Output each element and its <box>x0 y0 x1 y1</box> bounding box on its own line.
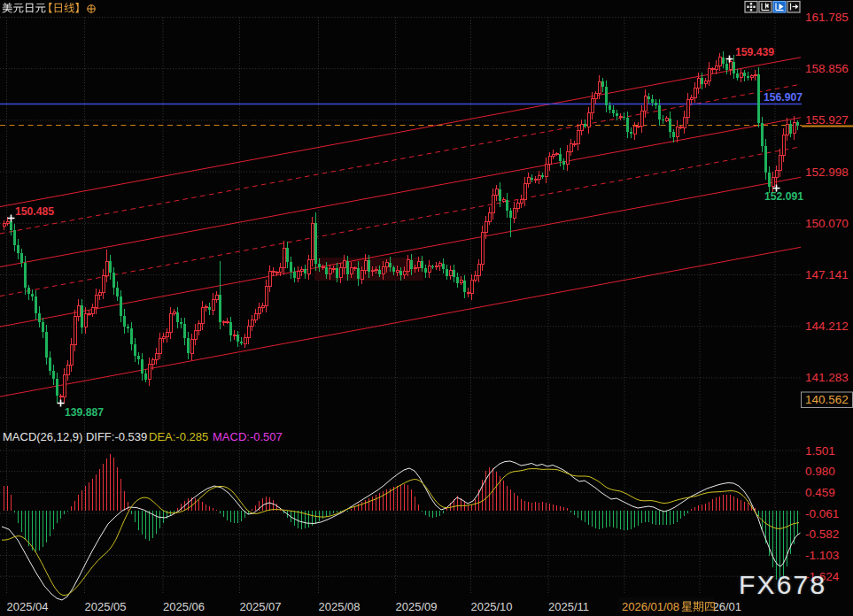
svg-text:152.091: 152.091 <box>764 190 803 203</box>
svg-text:139.887: 139.887 <box>65 406 104 419</box>
svg-text:141.283: 141.283 <box>805 371 849 384</box>
svg-text:2025/09: 2025/09 <box>396 600 438 613</box>
svg-text:152.998: 152.998 <box>805 166 849 179</box>
svg-text:DEA:-0.285: DEA:-0.285 <box>149 430 208 443</box>
svg-text:2025/10: 2025/10 <box>471 600 513 613</box>
svg-text:150.485: 150.485 <box>15 205 54 218</box>
svg-text:2025/04: 2025/04 <box>7 600 49 613</box>
svg-text:2026/01/08: 2026/01/08 <box>622 600 679 613</box>
svg-text:-1.103: -1.103 <box>805 549 839 562</box>
svg-text:158.856: 158.856 <box>805 62 849 75</box>
svg-text:0.459: 0.459 <box>805 486 835 499</box>
svg-text:MACD(26,12,9) DIFF:-0.539: MACD(26,12,9) DIFF:-0.539 <box>3 430 147 443</box>
svg-text:144.212: 144.212 <box>805 320 849 333</box>
svg-text:147.141: 147.141 <box>805 268 849 281</box>
svg-text:FX678: FX678 <box>739 570 826 599</box>
svg-text:2025/08: 2025/08 <box>319 600 361 613</box>
svg-text:156.907: 156.907 <box>764 91 803 104</box>
svg-text:2025/07: 2025/07 <box>240 600 282 613</box>
svg-text:-0.582: -0.582 <box>805 527 839 541</box>
svg-text:150.070: 150.070 <box>805 217 849 230</box>
svg-text:161.785: 161.785 <box>805 11 849 24</box>
svg-text:159.439: 159.439 <box>735 46 774 58</box>
svg-text:155.927: 155.927 <box>805 113 849 127</box>
svg-text:1.501: 1.501 <box>805 444 835 458</box>
svg-text:2025/05: 2025/05 <box>85 600 127 613</box>
svg-text:140.562: 140.562 <box>805 393 849 406</box>
svg-text:2025/11: 2025/11 <box>548 600 589 613</box>
svg-text:MACD:-0.507: MACD:-0.507 <box>213 430 283 443</box>
svg-text:2025/06: 2025/06 <box>163 600 205 613</box>
svg-text:0.980: 0.980 <box>805 465 835 478</box>
svg-text:-0.061: -0.061 <box>805 507 839 520</box>
